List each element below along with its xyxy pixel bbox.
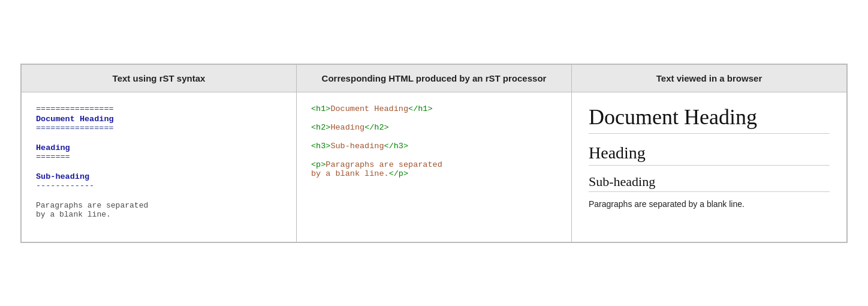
h2-content: Heading bbox=[330, 123, 364, 132]
rst-equals-top: ================ bbox=[36, 104, 282, 113]
rst-doc-heading-text: Document Heading bbox=[36, 115, 282, 124]
rst-doc-heading-block: ================ Document Heading ======… bbox=[36, 104, 282, 133]
html-h1-block: <h1>Document Heading</h1> bbox=[311, 104, 557, 113]
col2-header: Corresponding HTML produced by an rST pr… bbox=[297, 64, 572, 92]
col3-header: Text viewed in a browser bbox=[572, 64, 847, 92]
comparison-table: Text using rST syntax Corresponding HTML… bbox=[21, 64, 847, 242]
rst-subheading-block: Sub-heading ------------ bbox=[36, 172, 282, 190]
h3-open-tag: <h3> bbox=[311, 142, 330, 151]
h3-close-tag: </h3> bbox=[384, 142, 409, 151]
h2-close-tag: </h2> bbox=[364, 123, 389, 132]
p-content-line1: Paragraphs are separated bbox=[326, 160, 442, 169]
h1-open-tag: <h1> bbox=[311, 104, 330, 113]
h1-close-tag: </h1> bbox=[408, 104, 433, 113]
browser-h1: Document Heading bbox=[589, 104, 830, 134]
p-content-line2: by a blank line. bbox=[311, 169, 389, 178]
browser-paragraph: Paragraphs are separated by a blank line… bbox=[589, 199, 830, 209]
rst-paragraph-block: Paragraphs are separated by a blank line… bbox=[36, 201, 282, 219]
html-h3-block: <h3>Sub-heading</h3> bbox=[311, 142, 557, 151]
html-output-cell: <h1>Document Heading</h1> <h2>Heading</h… bbox=[297, 92, 572, 242]
rst-heading-block: Heading ======= bbox=[36, 143, 282, 161]
browser-h3: Sub-heading bbox=[589, 174, 830, 192]
col1-header: Text using rST syntax bbox=[22, 64, 297, 92]
browser-view-cell: Document Heading Heading Sub-heading Par… bbox=[572, 92, 847, 242]
rst-subheading-text: Sub-heading bbox=[36, 172, 282, 181]
rst-para-line2: by a blank line. bbox=[36, 210, 111, 219]
html-p-block: <p>Paragraphs are separated by a blank l… bbox=[311, 160, 557, 178]
h1-content: Document Heading bbox=[330, 104, 408, 113]
p-close-tag: </p> bbox=[389, 169, 408, 178]
rst-heading-text: Heading bbox=[36, 143, 282, 152]
rst-heading-equals: ======= bbox=[36, 152, 282, 161]
h3-content: Sub-heading bbox=[330, 142, 384, 151]
rst-subheading-dashes: ------------ bbox=[36, 181, 282, 190]
main-table-wrapper: Text using rST syntax Corresponding HTML… bbox=[20, 64, 848, 243]
rst-para-line1: Paragraphs are separated bbox=[36, 201, 148, 210]
rst-equals-bot: ================ bbox=[36, 124, 282, 133]
browser-h2: Heading bbox=[589, 143, 830, 166]
p-open-tag: <p> bbox=[311, 160, 326, 169]
h2-open-tag: <h2> bbox=[311, 123, 330, 132]
html-h2-block: <h2>Heading</h2> bbox=[311, 123, 557, 132]
rst-syntax-cell: ================ Document Heading ======… bbox=[22, 92, 297, 242]
